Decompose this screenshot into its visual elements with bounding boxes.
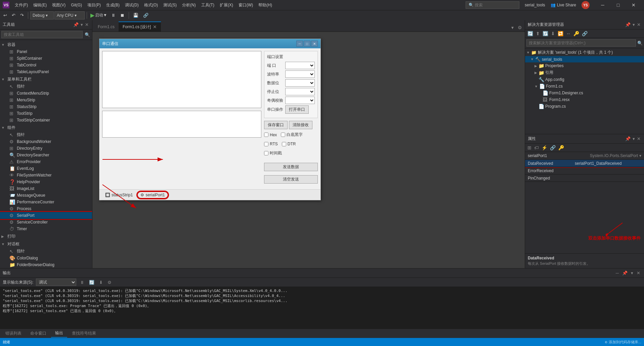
- prop-row-errorreceived[interactable]: ErrorReceived: [525, 167, 644, 175]
- se-pin-icon[interactable]: 📌: [625, 21, 631, 28]
- prop-row-pinchanged[interactable]: PinChanged: [525, 175, 644, 182]
- toolbox-section-dialogs-header[interactable]: ▼ 对话框: [0, 241, 92, 248]
- toolbox-item-timer[interactable]: ⏱Timer: [0, 226, 92, 232]
- status-strip-indicator[interactable]: 🔲 statusStrip1: [102, 192, 136, 198]
- databits-select[interactable]: [285, 79, 315, 87]
- start-button[interactable]: ▶ 启动▼: [89, 12, 109, 18]
- stopbits-select[interactable]: [285, 88, 315, 95]
- menu-git[interactable]: Git(G): [68, 0, 85, 10]
- save-window-btn[interactable]: 保存窗口: [264, 121, 288, 129]
- se-toolbar-icon6[interactable]: ↔: [565, 30, 572, 37]
- toolbox-item-contextmenustrip[interactable]: ⊞ContextMenuStrip: [0, 90, 92, 97]
- title-search-input[interactable]: [466, 1, 519, 9]
- user-avatar[interactable]: YS: [582, 1, 590, 9]
- menu-build[interactable]: 生成(B): [103, 0, 122, 10]
- toolbar-attach[interactable]: 🔗: [141, 11, 151, 19]
- toolbox-item-process[interactable]: ⚙Process: [0, 205, 92, 212]
- se-properties-node[interactable]: ▶ 📁 Properties: [525, 62, 644, 69]
- se-references-node[interactable]: ▶ 📁 引用: [525, 69, 644, 76]
- maximize-button[interactable]: □: [610, 0, 626, 10]
- toolbox-item-performancecounter[interactable]: 📊PerformanceCounter: [0, 199, 92, 205]
- menu-test[interactable]: 测试(S): [161, 0, 179, 10]
- output-tb-icon2[interactable]: 📌: [621, 270, 629, 276]
- toolbox-item-statusstrip[interactable]: ⊞StatusStrip: [0, 103, 92, 110]
- toolbox-item-menustrip[interactable]: ⊞MenuStrip: [0, 97, 92, 103]
- toolbox-section-menus-header[interactable]: ▼ 菜单和工具栏: [0, 76, 92, 83]
- se-toolbar-icon1[interactable]: 🔄: [526, 30, 534, 37]
- se-close-icon[interactable]: ✕: [636, 21, 641, 28]
- se-search-input[interactable]: [526, 39, 636, 47]
- output-icon4[interactable]: ⚙: [106, 279, 113, 286]
- toolbox-item-tabcontrol[interactable]: ⊞TabControl: [0, 62, 92, 68]
- se-toolbar-icon4[interactable]: ⬇: [550, 30, 556, 37]
- toolbox-item-tablelayoutpanel[interactable]: ⊞TableLayoutPanel: [0, 68, 92, 75]
- close-button[interactable]: ✕: [626, 0, 641, 10]
- bottom-tab-findsymbol[interactable]: 查找符号结果: [68, 330, 100, 338]
- menu-view[interactable]: 视图(V): [49, 0, 68, 10]
- toolbox-item-pointer3[interactable]: ↖指针: [0, 248, 92, 255]
- menu-extensions[interactable]: 扩展(X): [217, 0, 236, 10]
- form-send-textbox[interactable]: [102, 111, 261, 138]
- serial-port-indicator[interactable]: ⚙ serialPort1: [137, 191, 168, 199]
- toolbox-item-toolstripcontainer[interactable]: ⊞ToolStripContainer: [0, 117, 92, 123]
- prop-tb-icon2[interactable]: 🏷: [533, 144, 540, 151]
- debug-config-dropdown[interactable]: Debug ▾: [30, 11, 54, 19]
- se-appconfig-node[interactable]: ▶ 🔧 App.config: [525, 76, 644, 83]
- rts-checkbox[interactable]: [264, 142, 268, 146]
- toolbox-section-components-header[interactable]: ▼ 组件: [0, 124, 92, 131]
- menu-tools[interactable]: 工具(T): [199, 0, 217, 10]
- toolbox-close-icon[interactable]: ✕: [84, 21, 89, 28]
- toolbar-undo[interactable]: ↶: [10, 11, 17, 19]
- white-black-checkbox[interactable]: [281, 133, 285, 137]
- output-source-select[interactable]: 调试: [36, 279, 76, 286]
- bottom-tab-output[interactable]: 输出: [51, 330, 67, 338]
- prop-tb-icon5[interactable]: 🔑: [557, 144, 565, 151]
- toolbox-item-servicecontroller[interactable]: ⚙ServiceController: [0, 219, 92, 226]
- se-toolbar-icon3[interactable]: 🔃: [542, 30, 549, 37]
- toolbox-item-serialport[interactable]: ⚙SerialPort: [0, 212, 92, 219]
- toolbox-item-helpprovider[interactable]: ❓HelpProvider: [0, 179, 92, 185]
- form-maximize-btn[interactable]: □: [304, 41, 310, 47]
- toolbar-new[interactable]: ↩: [1, 11, 9, 19]
- se-programcs-node[interactable]: ▶ 📄 Program.cs: [525, 103, 644, 110]
- menu-file[interactable]: 文件(F): [12, 0, 31, 10]
- timestamp-checkbox[interactable]: [264, 151, 268, 155]
- se-toolbar-icon7[interactable]: 🔑: [572, 30, 580, 37]
- bottom-tab-command[interactable]: 命令窗口: [26, 330, 50, 338]
- prop-close-icon[interactable]: ✕: [636, 136, 641, 142]
- prop-object-dropdown[interactable]: ▾: [639, 153, 641, 158]
- output-icon2[interactable]: 🔄: [88, 279, 95, 286]
- se-toolbar-icon5[interactable]: 🔁: [557, 30, 564, 37]
- se-arrow-icon[interactable]: ▾: [632, 21, 636, 28]
- toolbox-item-directoryentry[interactable]: ⊞DirectoryEntry: [0, 145, 92, 152]
- menu-debug[interactable]: 调试(D): [122, 0, 141, 10]
- open-port-btn[interactable]: 打开串口: [285, 105, 309, 114]
- form-close-btn[interactable]: ✕: [311, 41, 318, 47]
- se-toolbar-icon2[interactable]: ⬆: [535, 30, 541, 37]
- send-data-btn[interactable]: 发送数据: [264, 163, 318, 171]
- toolbox-section-print-header[interactable]: ▶ 打印: [0, 233, 92, 240]
- clear-send-btn[interactable]: 清空发送: [264, 175, 318, 184]
- toolbox-item-messagequeue[interactable]: 📨MessageQueue: [0, 192, 92, 199]
- toolbox-item-pointer2[interactable]: ↖指针: [0, 131, 92, 138]
- toolbox-item-toolstrip[interactable]: ⊞ToolStrip: [0, 110, 92, 117]
- baud-select[interactable]: [285, 70, 315, 78]
- se-form1cs-node[interactable]: ▼ 📄 Form1.cs: [525, 83, 644, 90]
- toolbox-item-colordialog[interactable]: 🎨ColorDialog: [0, 255, 92, 261]
- toolbox-item-backgroundworker[interactable]: ⚙BackgroundWorker: [0, 138, 92, 145]
- output-tb-icon3[interactable]: ▾: [630, 270, 634, 276]
- output-content[interactable]: "serial_tools.exe" (CLR v4.0.30319: seri…: [0, 287, 644, 329]
- dtr-checkbox[interactable]: [282, 142, 286, 146]
- se-form1designer-node[interactable]: ▶ 📄 Form1.Designer.cs: [525, 90, 644, 96]
- designer-canvas[interactable]: 串口通信 ─ □ ✕: [92, 32, 525, 268]
- prop-tb-icon4[interactable]: 🔗: [549, 144, 557, 151]
- hex-checkbox[interactable]: [264, 133, 268, 137]
- toolbox-search-input[interactable]: [1, 31, 83, 38]
- tab-settings-icon[interactable]: ⚙: [516, 23, 523, 32]
- toolbox-item-panel[interactable]: ⊞Panel: [0, 48, 92, 55]
- prop-row-datareceived[interactable]: DataReceived serialPort1_DataReceived: [525, 160, 644, 167]
- toolbox-item-imagelist[interactable]: 🖼ImageList: [0, 185, 92, 192]
- toolbox-item-splitcontainer[interactable]: ⊞SplitContainer: [0, 55, 92, 62]
- prop-tb-icon1[interactable]: ⊞: [526, 144, 532, 151]
- platform-dropdown[interactable]: Any CPU ▾: [54, 11, 85, 19]
